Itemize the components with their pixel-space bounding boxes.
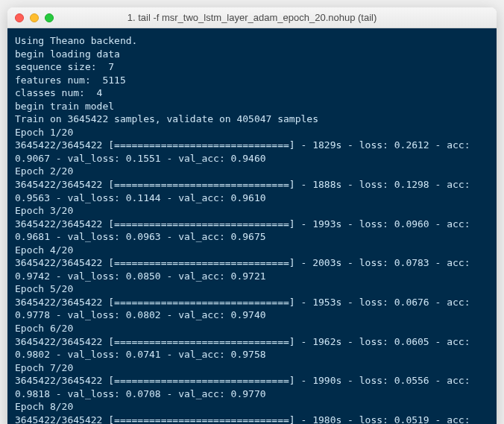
traffic-lights bbox=[15, 13, 54, 22]
terminal-window: 1. tail -f msr_two_lstm_layer_adam_epoch… bbox=[7, 7, 497, 424]
maximize-icon[interactable] bbox=[45, 13, 54, 22]
window-title: 1. tail -f msr_two_lstm_layer_adam_epoch… bbox=[15, 12, 489, 23]
titlebar[interactable]: 1. tail -f msr_two_lstm_layer_adam_epoch… bbox=[7, 7, 497, 28]
terminal-output[interactable]: Using Theano backend. begin loading data… bbox=[7, 28, 497, 424]
close-icon[interactable] bbox=[15, 13, 24, 22]
minimize-icon[interactable] bbox=[30, 13, 39, 22]
